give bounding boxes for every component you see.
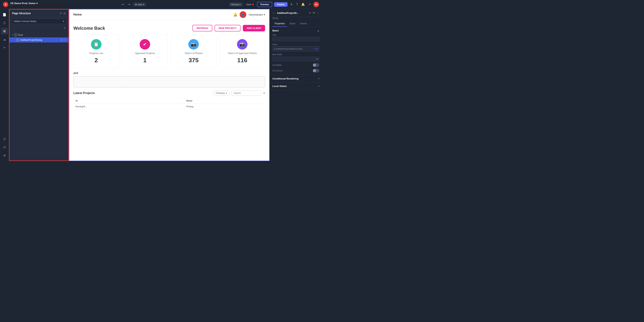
canvas-username[interactable]: Administrator ▾ [248, 13, 265, 16]
sidebar-settings-button[interactable]: ⚙ [1, 152, 8, 159]
stat-card-1: ✔ Approved Projects 1 [122, 34, 168, 68]
rp-section-local-states-header[interactable]: Local States ▾ [272, 85, 320, 87]
rp-hide-button[interactable]: 👁 [313, 11, 315, 14]
canvas-username-chevron: ▾ [264, 13, 265, 16]
page-structure-close-button[interactable]: ✕ [60, 12, 62, 15]
hidden-canvas-nodes-label: Hidden Canvas Nodes [14, 20, 36, 23]
rp-open-edit-button[interactable]: ✏ [314, 47, 316, 50]
rp-tab-properties[interactable]: Properties [272, 21, 287, 27]
save-button[interactable]: Save [245, 2, 255, 6]
ps-add-button[interactable]: + [64, 26, 66, 30]
sidebar-cloud-button[interactable]: ☁ [1, 36, 8, 43]
backup-label: Backup [231, 3, 239, 6]
refresh-button[interactable]: REFRESH [192, 25, 212, 31]
ps-tree: ▾ ⊞ Root ⊟ AddNewProjectDialog 🗑 👁 [10, 31, 68, 160]
rp-open-field: Open {{ addNewProjectModal.isOpen ✏ ƒ [272, 43, 320, 51]
deploy-button[interactable]: Deploy [274, 2, 288, 7]
icon-sidebar: 📄 {} ⊞ ☁ fx ⊡ 🗃 ⚙ [0, 9, 9, 161]
sidebar-layers-button[interactable]: ⊞ [1, 28, 8, 34]
sidebar-page-button[interactable]: 📄 [1, 11, 8, 18]
page-structure-split-button[interactable]: ⊟ [64, 12, 66, 15]
rp-section-local-states-chevron: ▾ [318, 85, 320, 87]
right-panel: ← AddNewProjectD... ✏ 👁 ⋮ Dialog Propert… [270, 9, 322, 161]
user-avatar[interactable]: SS [314, 2, 319, 7]
welcome-section: Welcome Back REFRESH NEW PROJECT ADD CLI… [69, 20, 270, 34]
save-label: Save [246, 3, 251, 6]
stat-value-0: 2 [94, 57, 98, 64]
rp-section-basic-title: Basic [272, 29, 279, 32]
preview-button[interactable]: Preview [257, 2, 272, 7]
rp-max-width-field: Max Width ▾ [272, 53, 320, 61]
tree-child-delete-button[interactable]: 🗑 [60, 39, 63, 41]
rp-title-input[interactable] [272, 37, 320, 41]
backup-button[interactable]: Backup ▾ [229, 2, 243, 6]
projects-search-input[interactable] [231, 90, 261, 96]
redo-button[interactable]: ↪ [127, 2, 132, 7]
add-client-button[interactable]: ADD CLIENT [243, 25, 265, 31]
canvas-bell-icon[interactable]: 🔔 [233, 12, 238, 17]
rp-tabs: PropertiesStylesEvents [270, 21, 322, 27]
device-mode-selector[interactable]: 🖥 auto ▾ [133, 2, 146, 6]
sidebar-grid-button[interactable]: ⊡ [1, 136, 8, 142]
rows-select[interactable]: 5 Row(s) ▾ [213, 90, 229, 96]
projects-table: Id Name kknckgn6... Photag [74, 98, 265, 110]
undo-button[interactable]: ↩ [120, 2, 125, 7]
new-project-button[interactable]: NEW PROJECT [214, 25, 240, 31]
canvas-username-label: Administrator [248, 13, 263, 16]
sidebar-database-button[interactable]: 🗃 [1, 144, 8, 151]
help-icon-button[interactable]: ? [296, 2, 298, 7]
tree-child-hide-button[interactable]: 👁 [64, 39, 66, 41]
lp-controls: 5 Row(s) ▾ ≡ [213, 90, 265, 96]
rp-section-basic-chevron: ▲ [317, 29, 320, 32]
share-icon-button[interactable]: ↗ [308, 2, 312, 7]
table-body: kknckgn6... Photag [74, 104, 265, 110]
canvas-home-title: Home [74, 13, 82, 16]
app-badge: 8 [3, 2, 8, 7]
stat-icon-3: 📸 [237, 39, 248, 49]
tree-root-icon: ⊞ [14, 33, 17, 36]
page-structure-dropdown-row: Hidden Canvas Nodes ▾ [10, 17, 68, 25]
main-layout: 📄 {} ⊞ ☁ fx ⊡ 🗃 ⚙ Page Structure ✕ ⊟ Hid… [0, 9, 322, 161]
sidebar-fx-button[interactable]: fx [1, 44, 8, 51]
table-row[interactable]: kknckgn6... Photag [74, 104, 265, 110]
rp-edit-button[interactable]: ✏ [309, 11, 311, 14]
stat-card-2: 📷 Total # of Photos 375 [171, 34, 216, 68]
rp-section-basic-header[interactable]: Basic ▲ [272, 29, 320, 32]
stat-value-3: 116 [237, 57, 247, 64]
rp-full-width-label: Full Width [272, 64, 282, 66]
rp-full-screen-toggle[interactable] [313, 69, 320, 72]
rp-max-width-select[interactable]: ▾ [272, 57, 320, 61]
rp-back-button[interactable]: ← [272, 11, 276, 14]
rp-full-width-toggle[interactable] [313, 63, 320, 67]
sidebar-code-button[interactable]: {} [1, 19, 8, 26]
table-header-row: Id Name [74, 98, 265, 104]
rp-section-local-states-title: Local States [272, 85, 287, 87]
stat-label-3: Total # of Approved Photos [228, 52, 257, 55]
sun-icon-button[interactable]: ☀ [290, 2, 294, 7]
hidden-canvas-nodes-chevron: ▾ [63, 20, 64, 23]
tree-child-icon: ⊟ [16, 38, 19, 41]
rp-open-code-field: {{ addNewProjectModal.isOpen ✏ ƒ [272, 46, 320, 51]
welcome-actions: REFRESH NEW PROJECT ADD CLIENT [192, 25, 265, 31]
rp-tab-events[interactable]: Events [298, 21, 309, 27]
title-dropdown-icon[interactable]: ▾ [36, 2, 38, 5]
tree-child-label: AddNewProjectDialog [20, 39, 59, 41]
app-title: FE Demo Prod: Home [10, 2, 36, 5]
backup-chevron-icon: ▾ [240, 3, 240, 6]
tree-child-item[interactable]: ⊟ AddNewProjectDialog 🗑 👁 [10, 37, 68, 42]
rp-tab-styles[interactable]: Styles [287, 21, 298, 27]
table-cell-id: kknckgn6... [74, 104, 184, 110]
hidden-canvas-nodes-dropdown[interactable]: Hidden Canvas Nodes ▾ [12, 19, 66, 24]
latest-projects-section: Latest Projects 5 Row(s) ▾ ≡ Id [69, 90, 270, 110]
notification-bell-button[interactable]: 🔔 [300, 2, 306, 7]
ps-add-row: + [10, 25, 68, 31]
canvas-user-avatar[interactable]: 👤 [240, 11, 246, 18]
rp-more-button[interactable]: ⋮ [317, 11, 320, 14]
filter-button[interactable]: ≡ [263, 91, 265, 95]
tree-root-item[interactable]: ▾ ⊞ Root [10, 32, 68, 37]
rows-select-chevron: ▾ [226, 92, 227, 94]
table-col-id: Id [74, 98, 184, 104]
rp-section-conditional-header[interactable]: Conditional Rendering ▾ [272, 77, 320, 80]
rp-title-field-label: Title [272, 34, 320, 36]
rp-open-fn-button[interactable]: ƒ [316, 47, 318, 50]
